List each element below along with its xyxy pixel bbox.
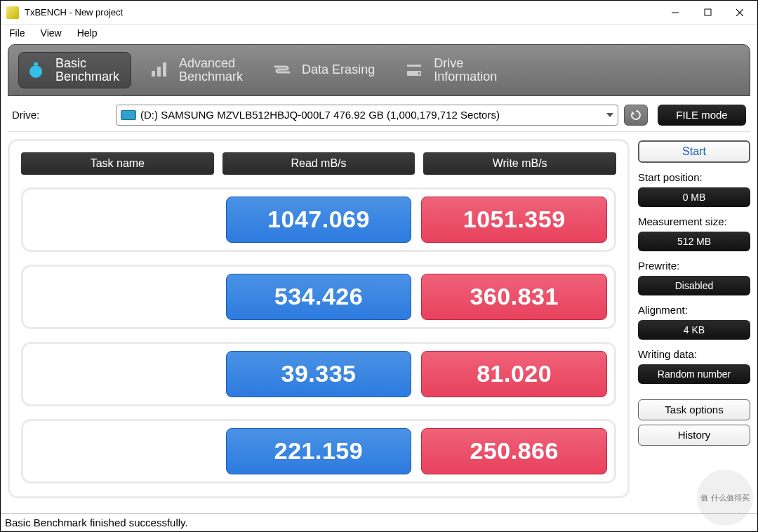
window-title: TxBENCH - New project — [25, 7, 123, 18]
svg-rect-10 — [407, 65, 421, 67]
watermark: 值 什么值得买 — [697, 470, 753, 526]
task-options-button[interactable]: Task options — [638, 399, 750, 420]
drive-label: Drive: — [12, 109, 110, 121]
writing-data-label: Writing data: — [638, 348, 750, 360]
read-value: 534.426 — [226, 274, 412, 320]
titlebar: TxBENCH - New project — [1, 1, 757, 25]
task-name: Random4 KB QD32 — [30, 428, 216, 474]
maximize-button[interactable] — [691, 2, 724, 23]
task-name: Random4 KB QD1 — [30, 351, 216, 397]
app-icon — [6, 6, 19, 19]
menu-file[interactable]: File — [9, 27, 25, 39]
tab-basic-benchmark[interactable]: Basic Benchmark — [18, 52, 131, 88]
write-value: 250.866 — [421, 428, 607, 474]
close-button[interactable] — [724, 2, 756, 23]
alignment-value[interactable]: 4 KB — [638, 320, 750, 340]
drive-icon — [404, 60, 424, 80]
main-area: Task name Read mB/s Write mB/s Sequentia… — [8, 131, 750, 498]
alignment-label: Alignment: — [638, 304, 750, 316]
svg-rect-6 — [152, 71, 155, 77]
svg-rect-5 — [34, 62, 38, 65]
result-row-1: RandomMax(512 KB) QD1 534.426 360.831 — [21, 265, 616, 329]
start-position-value[interactable]: 0 MB — [638, 187, 750, 207]
start-button[interactable]: Start — [638, 140, 750, 163]
result-row-2: Random4 KB QD1 39.335 81.020 — [21, 342, 616, 406]
drive-row: Drive: (D:) SAMSUNG MZVLB512HBJQ-000L7 4… — [8, 102, 750, 131]
erase-icon — [272, 60, 292, 80]
tab-advanced-benchmark[interactable]: Advanced Benchmark — [142, 52, 254, 88]
svg-rect-7 — [157, 67, 161, 77]
read-value: 39.335 — [226, 351, 412, 397]
tab-label: Data Erasing — [302, 63, 375, 77]
menu-view[interactable]: View — [41, 27, 62, 39]
results-panel: Task name Read mB/s Write mB/s Sequentia… — [8, 139, 630, 498]
tab-data-erasing[interactable]: Data Erasing — [265, 52, 386, 88]
menu-help[interactable]: Help — [77, 27, 98, 39]
sidebar: Start Start position: 0 MB Measurement s… — [638, 139, 750, 498]
measurement-size-value[interactable]: 512 MB — [638, 232, 750, 251]
svg-point-4 — [29, 65, 42, 78]
prewrite-label: Prewrite: — [638, 260, 750, 272]
result-row-0: SequentialMax(512 KB) QD32 1047.069 1051… — [21, 187, 616, 252]
col-write: Write mB/s — [423, 152, 616, 175]
status-bar: Basic Benchmark finished successfully. — [1, 513, 758, 531]
menubar: File View Help — [1, 25, 757, 43]
write-value: 81.020 — [421, 351, 607, 397]
tab-label: Drive Information — [434, 57, 497, 84]
result-row-3: Random4 KB QD32 221.159 250.866 — [21, 419, 616, 484]
stopwatch-icon — [26, 60, 46, 80]
tabstrip: Basic Benchmark Advanced Benchmark Data … — [8, 44, 750, 96]
disk-icon — [121, 110, 136, 120]
svg-point-11 — [418, 72, 420, 74]
history-button[interactable]: History — [638, 425, 750, 446]
task-name: SequentialMax(512 KB) QD32 — [30, 197, 216, 243]
tab-label: Advanced Benchmark — [179, 57, 243, 84]
drive-selected-text: (D:) SAMSUNG MZVLB512HBJQ-000L7 476.92 G… — [140, 109, 500, 121]
col-task: Task name — [21, 152, 214, 175]
chevron-down-icon — [606, 113, 613, 117]
window-controls — [659, 2, 756, 23]
col-read: Read mB/s — [222, 152, 415, 175]
measurement-size-label: Measurement size: — [638, 215, 750, 227]
start-position-label: Start position: — [638, 171, 750, 183]
tab-label: Basic Benchmark — [55, 57, 119, 84]
svg-rect-1 — [705, 9, 711, 15]
svg-rect-8 — [163, 62, 166, 77]
drive-select[interactable]: (D:) SAMSUNG MZVLB512HBJQ-000L7 476.92 G… — [116, 105, 618, 126]
write-value: 1051.359 — [421, 197, 607, 243]
refresh-button[interactable] — [624, 105, 648, 126]
results-header: Task name Read mB/s Write mB/s — [21, 152, 616, 175]
writing-data-value[interactable]: Random number — [638, 364, 750, 384]
prewrite-value[interactable]: Disabled — [638, 276, 750, 295]
task-name: RandomMax(512 KB) QD1 — [30, 274, 216, 320]
minimize-button[interactable] — [659, 2, 691, 23]
read-value: 1047.069 — [226, 197, 412, 243]
write-value: 360.831 — [421, 274, 607, 320]
read-value: 221.159 — [226, 428, 412, 474]
file-mode-button[interactable]: FILE mode — [658, 105, 746, 126]
refresh-icon — [630, 109, 642, 121]
bars-icon — [149, 60, 169, 80]
tab-drive-information[interactable]: Drive Information — [397, 52, 508, 88]
